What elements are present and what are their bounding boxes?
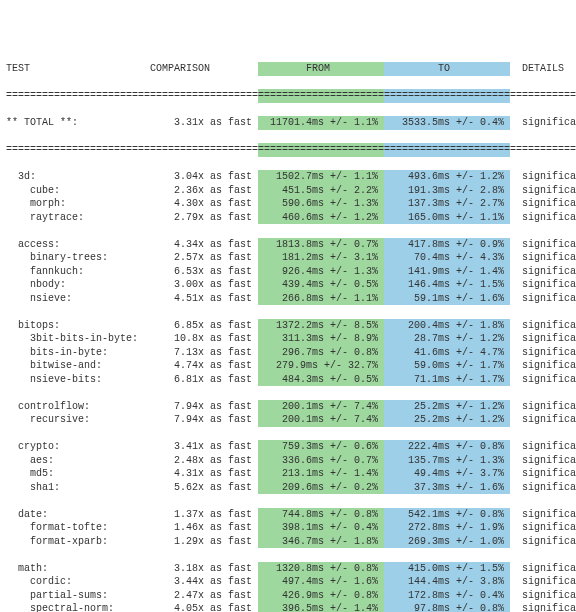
header-comparison: COMPARISON [150,62,258,76]
row-to: 172.8ms +/- 0.4% [384,589,510,603]
group-details: significant [510,170,576,184]
row-name: raytrace: [6,211,150,225]
row-comparison: 4.05x as fast [150,602,258,612]
row-name: cordic: [6,575,150,589]
row-to: 41.6ms +/- 4.7% [384,346,510,360]
row-to: 144.4ms +/- 3.8% [384,575,510,589]
table-row: morph: 4.30x as fast 590.6ms +/- 1.3% 13… [6,197,570,211]
group-from: 1502.7ms +/- 1.1% [258,170,384,184]
row-comparison: 2.36x as fast [150,184,258,198]
row-from: 266.8ms +/- 1.1% [258,292,384,306]
row-to: 59.0ms +/- 1.7% [384,359,510,373]
group-details: significant [510,440,576,454]
group-comparison: 3.18x as fast [150,562,258,576]
group-details: significant [510,400,576,414]
table-row: binary-trees: 2.57x as fast 181.2ms +/- … [6,251,570,265]
group-details: significant [510,562,576,576]
row-comparison: 4.74x as fast [150,359,258,373]
row-name: nsieve-bits: [6,373,150,387]
table-row: bits-in-byte: 7.13x as fast 296.7ms +/- … [6,346,570,360]
group-from: 744.8ms +/- 0.8% [258,508,384,522]
group-name: date: [6,508,150,522]
row-name: nsieve: [6,292,150,306]
table-row: cube: 2.36x as fast 451.5ms +/- 2.2% 191… [6,184,570,198]
total-row: ** TOTAL **: 3.31x as fast 11701.4ms +/-… [6,116,570,130]
table-row: md5: 4.31x as fast 213.1ms +/- 1.4% 49.4… [6,467,570,481]
sep-to: ===================== [384,89,510,103]
sep-test: ======================== [6,143,150,157]
row-to: 272.8ms +/- 1.9% [384,521,510,535]
row-to: 135.7ms +/- 1.3% [384,454,510,468]
total-comparison: 3.31x as fast [150,116,258,130]
row-name: format-tofte: [6,521,150,535]
total-label: ** TOTAL **: [6,116,150,130]
total-from: 11701.4ms +/- 1.1% [258,116,384,130]
row-from: 311.3ms +/- 8.9% [258,332,384,346]
table-row: nbody: 3.00x as fast 439.4ms +/- 0.5% 14… [6,278,570,292]
group-row: bitops: 6.85x as fast 1372.2ms +/- 8.5% … [6,319,570,333]
row-comparison: 7.94x as fast [150,413,258,427]
row-from: 426.9ms +/- 0.8% [258,589,384,603]
row-details: significant [510,373,576,387]
table-row: aes: 2.48x as fast 336.6ms +/- 0.7% 135.… [6,454,570,468]
separator-row: ========================================… [6,89,570,103]
header-details: DETAILS [510,62,576,76]
row-details: significant [510,535,576,549]
sep-test: ======================== [6,89,150,103]
row-comparison: 6.81x as fast [150,373,258,387]
table-row: sha1: 5.62x as fast 209.6ms +/- 0.2% 37.… [6,481,570,495]
group-comparison: 3.41x as fast [150,440,258,454]
row-to: 191.3ms +/- 2.8% [384,184,510,198]
row-name: fannkuch: [6,265,150,279]
separator-row: ========================================… [6,143,570,157]
row-details: significant [510,211,576,225]
table-row: nsieve: 4.51x as fast 266.8ms +/- 1.1% 5… [6,292,570,306]
group-details: significant [510,238,576,252]
row-to: 59.1ms +/- 1.6% [384,292,510,306]
group-details: significant [510,508,576,522]
group-comparison: 3.04x as fast [150,170,258,184]
table-row: format-tofte: 1.46x as fast 398.1ms +/- … [6,521,570,535]
table-row: cordic: 3.44x as fast 497.4ms +/- 1.6% 1… [6,575,570,589]
row-to: 146.4ms +/- 1.5% [384,278,510,292]
row-from: 346.7ms +/- 1.8% [258,535,384,549]
group-to: 200.4ms +/- 1.8% [384,319,510,333]
sep-to: ===================== [384,143,510,157]
group-row: 3d: 3.04x as fast 1502.7ms +/- 1.1% 493.… [6,170,570,184]
row-from: 926.4ms +/- 1.3% [258,265,384,279]
row-name: format-xparb: [6,535,150,549]
row-comparison: 3.00x as fast [150,278,258,292]
row-from: 484.3ms +/- 0.5% [258,373,384,387]
group-comparison: 1.37x as fast [150,508,258,522]
row-details: significant [510,184,576,198]
row-name: 3bit-bits-in-byte: [6,332,150,346]
group-name: 3d: [6,170,150,184]
row-name: aes: [6,454,150,468]
group-name: crypto: [6,440,150,454]
row-to: 28.7ms +/- 1.2% [384,332,510,346]
row-name: morph: [6,197,150,211]
table-row: raytrace: 2.79x as fast 460.6ms +/- 1.2%… [6,211,570,225]
row-name: partial-sums: [6,589,150,603]
group-row: controlflow: 7.94x as fast 200.1ms +/- 7… [6,400,570,414]
group-to: 417.8ms +/- 0.9% [384,238,510,252]
header-to: TO [384,62,510,76]
row-details: significant [510,278,576,292]
row-to: 25.2ms +/- 1.2% [384,413,510,427]
row-to: 141.9ms +/- 1.4% [384,265,510,279]
row-comparison: 4.30x as fast [150,197,258,211]
row-name: bits-in-byte: [6,346,150,360]
sep-comp: ================== [150,143,258,157]
group-row: crypto: 3.41x as fast 759.3ms +/- 0.6% 2… [6,440,570,454]
group-to: 25.2ms +/- 1.2% [384,400,510,414]
row-from: 336.6ms +/- 0.7% [258,454,384,468]
row-details: significant [510,575,576,589]
row-details: significant [510,265,576,279]
header-test: TEST [6,62,150,76]
group-to: 222.4ms +/- 0.8% [384,440,510,454]
group-row: date: 1.37x as fast 744.8ms +/- 0.8% 542… [6,508,570,522]
row-comparison: 5.62x as fast [150,481,258,495]
row-from: 460.6ms +/- 1.2% [258,211,384,225]
header-from: FROM [258,62,384,76]
row-name: cube: [6,184,150,198]
